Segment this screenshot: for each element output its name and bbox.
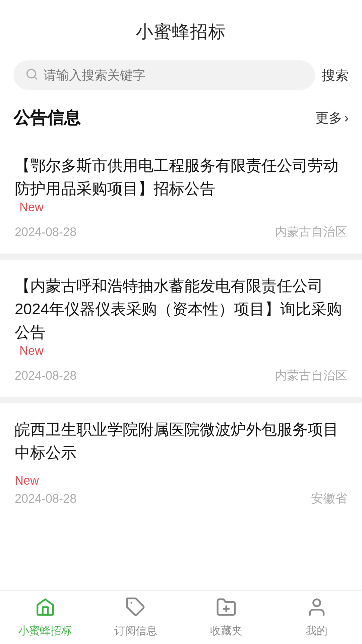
news-meta: 2024-08-28 内蒙古自治区 — [15, 224, 347, 240]
nav-label-subscribe: 订阅信息 — [114, 624, 157, 638]
search-button[interactable]: 搜索 — [322, 66, 349, 85]
section-header: 公告信息 更多 › — [0, 100, 362, 139]
chevron-right-icon: › — [344, 110, 349, 125]
news-item[interactable]: 皖西卫生职业学院附属医院微波炉外包服务项目中标公示 New 2024-08-28… — [0, 403, 362, 520]
new-badge: New — [19, 344, 44, 358]
profile-icon — [306, 597, 327, 621]
search-input[interactable] — [44, 68, 303, 83]
search-area: 搜索 — [0, 50, 362, 100]
news-region: 安徽省 — [311, 490, 347, 507]
svg-line-1 — [34, 76, 37, 79]
nav-item-favorites[interactable]: 收藏夹 — [181, 597, 272, 638]
nav-item-subscribe[interactable]: 订阅信息 — [90, 597, 181, 638]
news-item[interactable]: 【内蒙古呼和浩特抽水蓄能发电有限责任公司2024年仪器仪表采购（资本性）项目】询… — [0, 260, 362, 403]
search-icon — [25, 68, 38, 83]
news-date: 2024-08-28 — [15, 369, 76, 383]
nav-label-home: 小蜜蜂招标 — [18, 624, 72, 638]
new-badge: New — [19, 200, 44, 214]
news-title: 【鄂尔多斯市供用电工程服务有限责任公司劳动防护用品采购项目】招标公告 — [15, 154, 347, 200]
news-item[interactable]: 【鄂尔多斯市供用电工程服务有限责任公司劳动防护用品采购项目】招标公告New 20… — [0, 139, 362, 260]
more-link[interactable]: 更多 › — [315, 109, 349, 127]
nav-label-favorites: 收藏夹 — [210, 624, 242, 638]
subscribe-icon — [125, 597, 146, 621]
app-title: 小蜜蜂招标 — [13, 20, 349, 44]
home-icon — [35, 597, 56, 621]
svg-point-4 — [313, 599, 320, 606]
app-header: 小蜜蜂招标 — [0, 0, 362, 50]
news-title-row: 【内蒙古呼和浩特抽水蓄能发电有限责任公司2024年仪器仪表采购（资本性）项目】询… — [15, 274, 347, 358]
new-badge: New — [15, 474, 347, 488]
section-title: 公告信息 — [13, 107, 80, 129]
news-region: 内蒙古自治区 — [275, 367, 347, 384]
news-meta: 2024-08-28 内蒙古自治区 — [15, 367, 347, 384]
news-date: 2024-08-28 — [15, 225, 76, 239]
nav-item-profile[interactable]: 我的 — [272, 597, 362, 638]
nav-item-home[interactable]: 小蜜蜂招标 — [0, 597, 90, 638]
news-meta: 2024-08-28 安徽省 — [15, 490, 347, 507]
news-list: 【鄂尔多斯市供用电工程服务有限责任公司劳动防护用品采购项目】招标公告New 20… — [0, 139, 362, 590]
favorites-icon — [216, 597, 237, 621]
search-bar — [13, 60, 315, 90]
news-title-row: 【鄂尔多斯市供用电工程服务有限责任公司劳动防护用品采购项目】招标公告New — [15, 154, 347, 214]
news-date: 2024-08-28 — [15, 492, 76, 506]
news-title-row: 皖西卫生职业学院附属医院微波炉外包服务项目中标公示 — [15, 418, 347, 464]
app-container: 小蜜蜂招标 搜索 公告信息 更多 › 【鄂尔多斯市供用电工程服务有限责任公司劳动… — [0, 0, 362, 644]
news-title: 皖西卫生职业学院附属医院微波炉外包服务项目中标公示 — [15, 418, 347, 464]
news-region: 内蒙古自治区 — [275, 224, 347, 240]
news-title: 【内蒙古呼和浩特抽水蓄能发电有限责任公司2024年仪器仪表采购（资本性）项目】询… — [15, 274, 347, 344]
more-label: 更多 — [315, 109, 342, 127]
nav-label-profile: 我的 — [306, 624, 327, 638]
bottom-nav: 小蜜蜂招标 订阅信息 收藏夹 — [0, 590, 362, 644]
